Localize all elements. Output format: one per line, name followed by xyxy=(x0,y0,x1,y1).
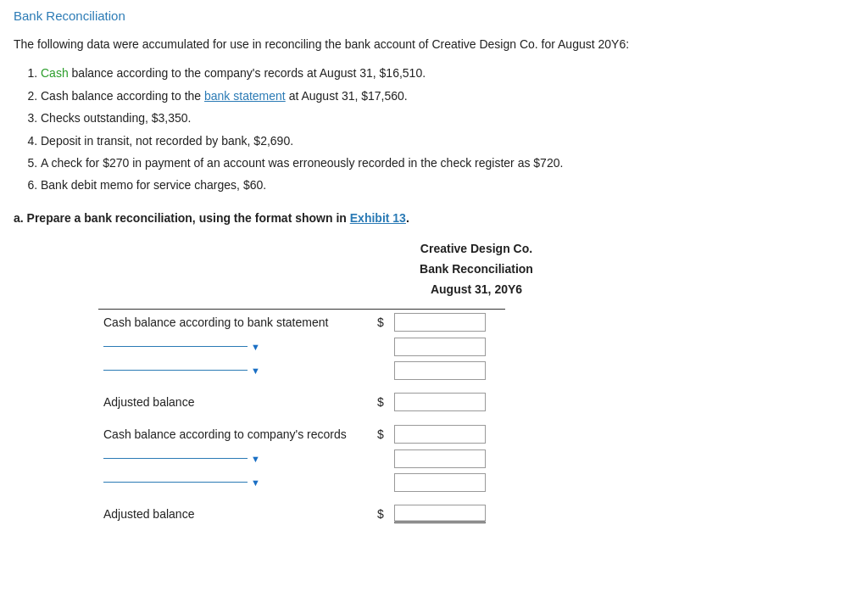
bank-dropdown-row-1: ▼ xyxy=(98,335,505,359)
company-adjusted-input[interactable] xyxy=(394,505,486,523)
company-dropdown-row-1: ▼ xyxy=(98,447,505,471)
company-header: Creative Design Co. Bank Reconciliation … xyxy=(98,239,854,299)
list-item: Cash balance according to the bank state… xyxy=(41,87,854,105)
company-balance-row: Cash balance according to company's reco… xyxy=(98,422,505,447)
bank-statement-link: bank statement xyxy=(204,89,286,103)
bank-dropdown-arrow-1[interactable]: ▼ xyxy=(251,342,260,352)
bank-adjusted-label: Adjusted balance xyxy=(98,389,370,415)
company-name: Creative Design Co. xyxy=(98,239,854,260)
bank-dropdown-line-1 xyxy=(103,346,248,347)
company-balance-label: Cash balance according to company's reco… xyxy=(98,422,370,447)
spacer-1 xyxy=(98,382,505,389)
reconciliation-table: Cash balance according to bank statement… xyxy=(98,309,505,527)
bank-adjusted-input[interactable] xyxy=(394,393,486,411)
spacer-3 xyxy=(98,494,505,501)
bank-balance-row: Cash balance according to bank statement… xyxy=(98,310,505,335)
company-dropdown-arrow-2[interactable]: ▼ xyxy=(251,477,260,488)
report-name: Bank Reconciliation xyxy=(98,260,854,280)
reconciliation-wrapper: Creative Design Co. Bank Reconciliation … xyxy=(98,239,854,526)
bank-dropdown-row-2: ▼ xyxy=(98,359,505,382)
list-item: Checks outstanding, $3,350. xyxy=(41,109,854,127)
company-adjusted-label: Adjusted balance xyxy=(98,501,370,527)
question-letter: a. xyxy=(14,211,24,225)
company-adjusted-row: Adjusted balance $ xyxy=(98,501,505,527)
bank-balance-label: Cash balance according to bank statement xyxy=(98,310,370,335)
question-label: a. Prepare a bank reconciliation, using … xyxy=(14,209,854,227)
bank-dropdown-input-1[interactable] xyxy=(394,338,486,356)
list-item: A check for $270 in payment of an accoun… xyxy=(41,154,854,172)
spacer-2 xyxy=(98,415,505,422)
list-item: Cash balance according to the company's … xyxy=(41,64,854,82)
bank-dropdown-arrow-2[interactable]: ▼ xyxy=(251,366,260,376)
bank-dollar-sign: $ xyxy=(370,310,389,335)
company-dropdown-row-2: ▼ xyxy=(98,471,505,494)
company-dropdown-line-2 xyxy=(103,482,248,483)
report-date: August 31, 20Y6 xyxy=(98,280,854,300)
company-balance-input[interactable] xyxy=(394,425,486,444)
intro-text: The following data were accumulated for … xyxy=(14,35,854,53)
bank-adjusted-row: Adjusted balance $ xyxy=(98,389,505,415)
company-dropdown-input-1[interactable] xyxy=(394,449,486,468)
page-title: Bank Reconciliation xyxy=(14,8,854,23)
exhibit-link[interactable]: Exhibit 13 xyxy=(350,211,406,225)
company-adjusted-dollar: $ xyxy=(370,501,389,527)
company-dollar-sign: $ xyxy=(370,422,389,447)
company-dropdown-input-2[interactable] xyxy=(394,473,486,492)
list-item: Deposit in transit, not recorded by bank… xyxy=(41,131,854,150)
bank-balance-input[interactable] xyxy=(394,313,486,332)
bank-dropdown-input-2[interactable] xyxy=(394,361,486,380)
company-dropdown-line-1 xyxy=(103,458,248,459)
list-item: Bank debit memo for service charges, $60… xyxy=(41,176,854,194)
bank-dropdown-line-2 xyxy=(103,370,248,371)
problem-list: Cash balance according to the company's … xyxy=(41,64,854,194)
cash-highlight: Cash xyxy=(41,66,69,80)
company-dropdown-arrow-1[interactable]: ▼ xyxy=(251,454,260,464)
bank-adjusted-dollar: $ xyxy=(370,389,389,415)
